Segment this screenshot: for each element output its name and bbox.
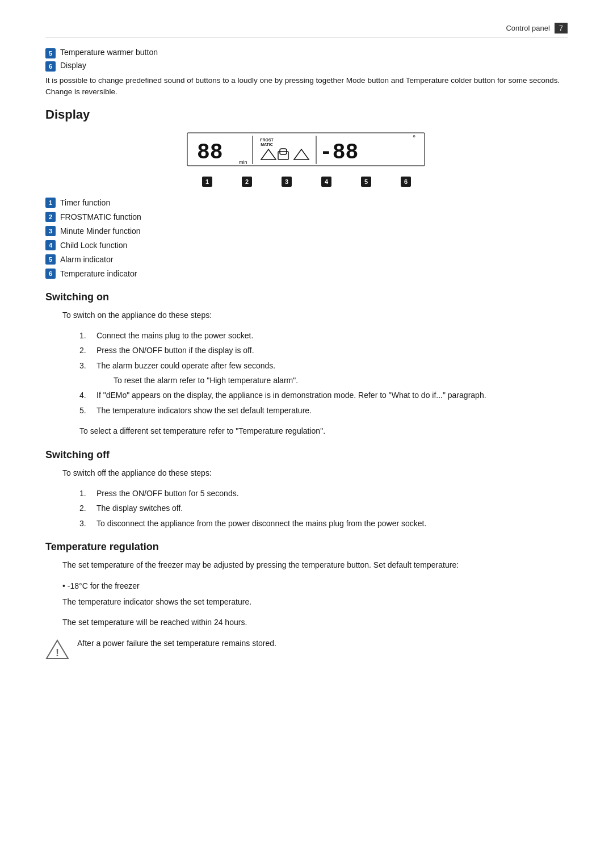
legend-text-6: Temperature indicator	[60, 268, 137, 280]
svg-text:-88: -88	[320, 140, 358, 165]
intro-label-5: Temperature warmer button	[60, 48, 158, 57]
svg-text:88: 88	[197, 140, 223, 165]
step-text-5: The temperature indicators show the set …	[96, 404, 312, 417]
switching-on-steps: 1. Connect the mains plug to the power s…	[79, 329, 568, 417]
svg-text:MATIC: MATIC	[261, 142, 273, 146]
step-off-num-2: 2.	[79, 502, 96, 514]
switching-off-steps: 1. Press the ON/OFF button for 5 seconds…	[79, 487, 568, 530]
page-number: 7	[555, 23, 568, 33]
legend-item-5: 5 Alarm indicator	[45, 254, 568, 266]
diag-num-5: 5	[361, 177, 371, 187]
legend-item-4: 4 Child Lock function	[45, 240, 568, 251]
legend-text-3: Minute Minder function	[60, 225, 141, 237]
display-legend: 1 Timer function 2 FROSTMATIC function 3…	[45, 197, 568, 280]
temp-reg-bullets: -18°C for the freezer	[62, 580, 568, 592]
legend-badge-3: 3	[45, 226, 56, 236]
badge-5: 5	[45, 48, 56, 58]
step-on-3: 3. The alarm buzzer could operate after …	[79, 359, 568, 372]
legend-badge-5: 5	[45, 254, 56, 265]
svg-text:!: !	[56, 647, 59, 659]
step-off-1: 1. Press the ON/OFF button for 5 seconds…	[79, 487, 568, 500]
legend-item-6: 6 Temperature indicator	[45, 268, 568, 280]
legend-item-1: 1 Timer function	[45, 197, 568, 209]
legend-badge-4: 4	[45, 240, 56, 250]
intro-item-5: 5 Temperature warmer button	[45, 48, 568, 58]
legend-badge-1: 1	[45, 198, 56, 208]
step-text-1: Connect the mains plug to the power sock…	[96, 329, 253, 342]
step-on-2: 2. Press the ON/OFF button if the displa…	[79, 344, 568, 357]
diag-num-6: 6	[401, 177, 411, 187]
switching-on-intro: To switch on the appliance do these step…	[62, 309, 568, 321]
legend-badge-2: 2	[45, 212, 56, 222]
svg-rect-0	[187, 133, 425, 166]
step-num-3b	[96, 374, 114, 387]
diag-num-1: 1	[202, 177, 212, 187]
legend-badge-6: 6	[45, 269, 56, 279]
switching-on-footer: To select a different set temperature re…	[79, 425, 568, 437]
temp-reg-para1: The set temperature of the freezer may b…	[62, 559, 568, 571]
legend-text-5: Alarm indicator	[60, 254, 113, 266]
step-num-5: 5.	[79, 404, 96, 417]
svg-text:°: °	[413, 133, 415, 142]
badge-6: 6	[45, 61, 56, 72]
temp-bullet-1: -18°C for the freezer	[62, 580, 568, 592]
intro-note: It is possible to change predefined soun…	[45, 75, 568, 98]
step-off-num-3: 3.	[79, 517, 96, 530]
temp-reg-para2: The temperature indicator shows the set …	[62, 596, 568, 608]
step-num-4: 4.	[79, 389, 96, 401]
display-svg: 88 min FROST MATIC -88 °	[184, 130, 429, 175]
switching-on-title: Switching on	[45, 291, 568, 303]
step-off-2: 2. The display switches off.	[79, 502, 568, 514]
step-on-3b: To reset the alarm refer to "High temper…	[96, 374, 568, 387]
temp-reg-title: Temperature regulation	[45, 541, 568, 553]
legend-text-2: FROSTMATIC function	[60, 211, 141, 223]
legend-text-4: Child Lock function	[60, 240, 127, 251]
step-off-text-2: The display switches off.	[96, 502, 183, 514]
step-num-1: 1.	[79, 329, 96, 342]
legend-text-1: Timer function	[60, 197, 110, 209]
intro-label-6: Display	[60, 61, 86, 70]
page-header: Control panel 7	[45, 23, 568, 37]
warning-icon: !	[45, 638, 69, 665]
step-num-3: 3.	[79, 359, 96, 372]
legend-item-2: 2 FROSTMATIC function	[45, 211, 568, 223]
step-off-3: 3. To disconnect the appliance from the …	[79, 517, 568, 530]
step-text-2: Press the ON/OFF button if the display i…	[96, 344, 254, 357]
step-on-1: 1. Connect the mains plug to the power s…	[79, 329, 568, 342]
switching-off-intro: To switch off the appliance do these ste…	[62, 467, 568, 479]
step-off-text-1: Press the ON/OFF button for 5 seconds.	[96, 487, 239, 500]
step-text-3b: To reset the alarm refer to "High temper…	[114, 374, 298, 387]
display-section-title: Display	[45, 107, 568, 122]
warning-text: After a power failure the set temperatur…	[77, 637, 276, 649]
display-diagram: 88 min FROST MATIC -88 ° 1 2 3 4 5 6	[45, 130, 568, 187]
svg-text:min: min	[239, 160, 247, 165]
temp-reg-para3: The set temperature will be reached with…	[62, 616, 568, 628]
section-title: Control panel	[506, 24, 549, 32]
step-off-text-3: To disconnect the appliance from the pow…	[96, 517, 426, 530]
step-num-2: 2.	[79, 344, 96, 357]
switching-off-title: Switching off	[45, 449, 568, 461]
diag-num-2: 2	[242, 177, 252, 187]
step-off-num-1: 1.	[79, 487, 96, 500]
step-on-5: 5. The temperature indicators show the s…	[79, 404, 568, 417]
step-text-4: If "dEMo" appears on the display, the ap…	[96, 389, 486, 401]
svg-text:FROST: FROST	[260, 138, 274, 142]
step-text-3: The alarm buzzer could operate after few…	[96, 359, 275, 372]
legend-item-3: 3 Minute Minder function	[45, 225, 568, 237]
warning-box: ! After a power failure the set temperat…	[45, 637, 568, 665]
intro-item-6: 6 Display	[45, 61, 568, 72]
diag-num-3: 3	[282, 177, 292, 187]
step-on-4: 4. If "dEMo" appears on the display, the…	[79, 389, 568, 401]
diag-num-4: 4	[321, 177, 331, 187]
